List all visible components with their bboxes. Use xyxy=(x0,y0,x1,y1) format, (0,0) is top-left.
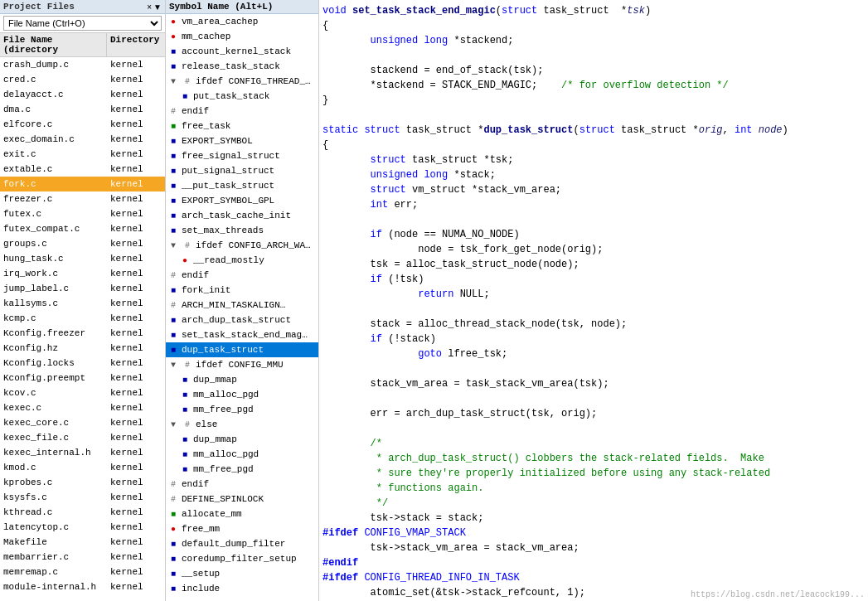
symbol-item[interactable]: ■dup_mmap xyxy=(166,372,318,387)
symbol-icon: ■ xyxy=(167,329,179,341)
symbol-item[interactable]: ■coredump_filter_setup xyxy=(166,551,318,566)
file-item[interactable]: module-internal.hkernel xyxy=(0,579,165,594)
file-item[interactable]: kprobes.ckernel xyxy=(0,475,165,490)
symbol-name: default_dump_filter xyxy=(182,539,285,549)
file-item[interactable]: kexec.ckernel xyxy=(0,400,165,415)
file-name: kexec_internal.h xyxy=(0,447,107,458)
symbol-item[interactable]: ●mm_cachep xyxy=(166,29,318,44)
file-item[interactable]: exec_domain.ckernel xyxy=(0,132,165,147)
file-item[interactable]: exit.ckernel xyxy=(0,147,165,162)
symbol-item[interactable]: ■free_signal_struct xyxy=(166,148,318,163)
file-item[interactable]: elfcore.ckernel xyxy=(0,117,165,132)
file-item[interactable]: kallsyms.ckernel xyxy=(0,296,165,311)
expand-icon[interactable]: ▼ xyxy=(167,419,179,430)
file-filter-select[interactable]: File Name (Ctrl+O) xyxy=(3,16,162,31)
file-dir: kernel xyxy=(107,357,165,369)
symbol-item[interactable]: ■free_task xyxy=(166,119,318,133)
file-item[interactable]: memremap.ckernel xyxy=(0,565,165,579)
file-item[interactable]: latencytop.ckernel xyxy=(0,520,165,535)
expand-icon[interactable]: ▼ xyxy=(167,240,179,251)
symbol-name: mm_cachep xyxy=(182,32,230,41)
symbol-item[interactable]: ■EXPORT_SYMBOL_GPL xyxy=(166,193,318,208)
symbol-item[interactable]: ■dup_mmap xyxy=(166,432,318,447)
symbol-item[interactable]: ■arch_dup_task_struct xyxy=(166,313,318,327)
symbol-item[interactable]: ■release_task_stack xyxy=(166,59,318,74)
symbol-item[interactable]: ■default_dump_filter xyxy=(166,536,318,551)
symbol-item[interactable]: ■mm_free_pgd xyxy=(166,462,318,477)
symbol-item[interactable]: ▼#ifdef CONFIG_MMU xyxy=(166,357,318,372)
file-item[interactable]: dma.ckernel xyxy=(0,102,165,117)
symbol-name: mm_free_pgd xyxy=(193,405,254,414)
file-item[interactable]: Kconfig.freezerkernel xyxy=(0,326,165,341)
symbol-item[interactable]: ■arch_task_cache_init xyxy=(166,208,318,223)
expand-icon[interactable]: ▼ xyxy=(167,75,179,87)
symbol-icon: ■ xyxy=(167,583,179,594)
symbol-item[interactable]: ■mm_alloc_pgd xyxy=(166,447,318,462)
symbol-item[interactable]: #endif xyxy=(166,104,318,119)
symbol-item[interactable]: ■dup_task_struct xyxy=(166,342,318,357)
file-item[interactable]: Kconfig.lockskernel xyxy=(0,356,165,371)
file-item[interactable]: fork.ckernel xyxy=(0,177,165,191)
symbol-item[interactable]: ▼#else xyxy=(166,417,318,432)
file-dir: kernel xyxy=(107,506,165,518)
file-item[interactable]: Makefilekernel xyxy=(0,535,165,550)
file-item[interactable]: crash_dump.ckernel xyxy=(0,57,165,72)
symbol-icon: # xyxy=(167,105,179,117)
file-item[interactable]: membarrier.ckernel xyxy=(0,550,165,565)
symbol-icon: ■ xyxy=(179,463,191,475)
symbol-item[interactable]: ▼#ifdef CONFIG_THREAD_… xyxy=(166,74,318,89)
symbol-item[interactable]: ●vm_area_cachep xyxy=(166,14,318,29)
file-item[interactable]: freezer.ckernel xyxy=(0,191,165,206)
file-item[interactable]: jump_label.ckernel xyxy=(0,281,165,296)
symbol-item[interactable]: ■include xyxy=(166,581,318,596)
symbol-name: fork_init xyxy=(182,285,230,295)
file-item[interactable]: Kconfig.hzkernel xyxy=(0,341,165,356)
file-item[interactable]: kexec_core.ckernel xyxy=(0,415,165,430)
dropdown-button[interactable]: ▼ xyxy=(153,2,162,12)
pin-button[interactable]: × xyxy=(147,2,152,12)
symbol-item[interactable]: ■__put_task_struct xyxy=(166,178,318,193)
file-item[interactable]: kthread.ckernel xyxy=(0,505,165,520)
symbol-item[interactable]: #ARCH_MIN_TASKALIGN… xyxy=(166,298,318,313)
symbol-item[interactable]: #endif xyxy=(166,268,318,283)
file-item[interactable]: Kconfig.preemptkernel xyxy=(0,371,165,385)
symbol-item[interactable]: ■mm_free_pgd xyxy=(166,402,318,417)
symbol-item[interactable]: ■__setup xyxy=(166,566,318,581)
file-item[interactable]: hung_task.ckernel xyxy=(0,251,165,266)
expand-icon[interactable]: ▼ xyxy=(167,359,179,371)
file-item[interactable]: cred.ckernel xyxy=(0,72,165,87)
symbol-item[interactable]: ●free_mm xyxy=(166,521,318,536)
symbol-item[interactable]: ■set_max_threads xyxy=(166,223,318,238)
code-panel[interactable]: void set_task_stack_end_magic(struct tas… xyxy=(319,0,868,601)
col-name-header[interactable]: File Name (directory xyxy=(0,33,107,56)
symbol-item[interactable]: ■fork_init xyxy=(166,283,318,298)
file-item[interactable]: groups.ckernel xyxy=(0,236,165,251)
file-name: fork.c xyxy=(0,178,107,190)
symbol-item[interactable]: ■set_task_stack_end_mag… xyxy=(166,327,318,342)
file-item[interactable]: kcov.ckernel xyxy=(0,385,165,400)
file-item[interactable]: kcmp.ckernel xyxy=(0,311,165,326)
symbol-item[interactable]: ■put_task_stack xyxy=(166,89,318,104)
symbol-item[interactable]: ■allocate_mm xyxy=(166,506,318,521)
file-item[interactable]: futex.ckernel xyxy=(0,206,165,221)
file-item[interactable]: kmod.ckernel xyxy=(0,460,165,475)
symbol-item[interactable]: ■EXPORT_SYMBOL xyxy=(166,133,318,148)
symbol-item[interactable]: ■account_kernel_stack xyxy=(166,44,318,59)
col-dir-header[interactable]: Directory xyxy=(107,33,165,56)
symbol-item[interactable]: ●__read_mostly xyxy=(166,253,318,268)
file-item[interactable]: delayacct.ckernel xyxy=(0,87,165,102)
file-item[interactable]: kexec_file.ckernel xyxy=(0,430,165,445)
file-item[interactable]: ksysfs.ckernel xyxy=(0,490,165,505)
file-dir: kernel xyxy=(107,178,165,190)
file-item[interactable]: extable.ckernel xyxy=(0,162,165,177)
symbol-name: vm_area_cachep xyxy=(182,17,258,27)
symbol-item[interactable]: ■mm_alloc_pgd xyxy=(166,387,318,402)
file-name: futex_compat.c xyxy=(0,223,107,235)
symbol-item[interactable]: #endif xyxy=(166,477,318,492)
file-item[interactable]: irq_work.ckernel xyxy=(0,266,165,281)
file-item[interactable]: futex_compat.ckernel xyxy=(0,221,165,236)
symbol-item[interactable]: ■put_signal_struct xyxy=(166,163,318,178)
symbol-item[interactable]: ▼#ifdef CONFIG_ARCH_WA… xyxy=(166,238,318,253)
file-item[interactable]: kexec_internal.hkernel xyxy=(0,445,165,460)
symbol-item[interactable]: #DEFINE_SPINLOCK xyxy=(166,492,318,506)
